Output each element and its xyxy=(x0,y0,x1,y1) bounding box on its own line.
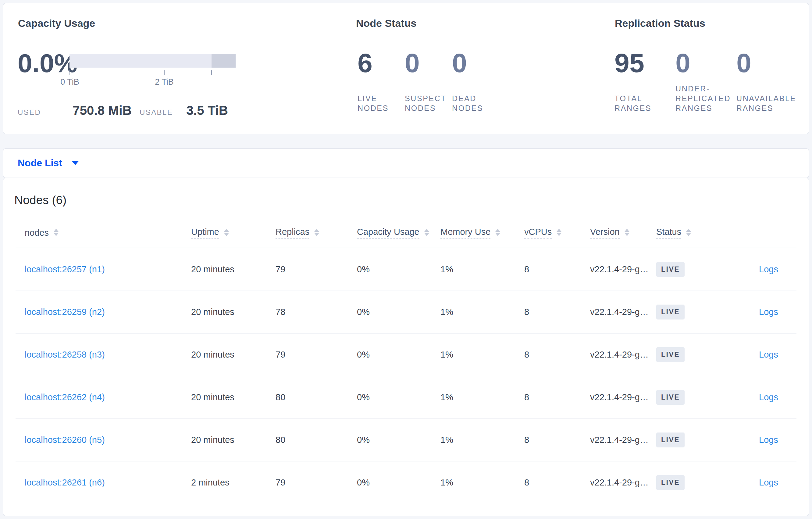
capacity-usage-cell: 0% xyxy=(357,307,440,317)
unavailable-ranges-label: UNAVAILABLE RANGES xyxy=(736,93,794,113)
capacity-usage-cell: 0% xyxy=(357,350,440,360)
capacity-usage-cell: 0% xyxy=(357,478,440,488)
uptime-cell: 20 minutes xyxy=(191,392,276,402)
vcpus-cell: 8 xyxy=(524,435,590,445)
capacity-used-usable-row: USED 750.8 MiB USABLE 3.5 TiB xyxy=(18,103,228,118)
logs-link[interactable]: Logs xyxy=(759,350,778,360)
node-address-link[interactable]: localhost:26261 (n6) xyxy=(25,478,105,487)
axis-tick xyxy=(164,70,165,75)
axis-tick xyxy=(117,70,117,75)
suspect-nodes-count: 0 xyxy=(405,49,449,77)
logs-link[interactable]: Logs xyxy=(759,435,778,445)
dead-nodes-count: 0 xyxy=(452,49,496,77)
sort-icon xyxy=(686,229,691,236)
axis-tick xyxy=(69,70,70,75)
column-header-replicas[interactable]: Replicas xyxy=(276,227,357,239)
column-header-uptime[interactable]: Uptime xyxy=(191,227,276,239)
memory-use-cell: 1% xyxy=(440,478,524,488)
capacity-usage-cell: 0% xyxy=(357,435,440,445)
column-header-status[interactable]: Status xyxy=(656,227,732,239)
axis-tick xyxy=(211,70,212,75)
under-replicated-ranges-count: 0 xyxy=(675,49,733,77)
suspect-nodes-label: SUSPECT NODES xyxy=(405,93,444,113)
status-badge: LIVE xyxy=(656,475,685,490)
table-row: localhost:26261 (n6) 2 minutes 79 0% 1% … xyxy=(16,461,796,504)
column-header-vcpus[interactable]: vCPUs xyxy=(524,227,590,239)
node-address-link[interactable]: localhost:26262 (n4) xyxy=(25,392,105,402)
node-address-link[interactable]: localhost:26258 (n3) xyxy=(25,350,105,359)
status-badge: LIVE xyxy=(656,347,685,362)
total-ranges-count: 95 xyxy=(614,49,672,77)
table-row: localhost:26259 (n2) 20 minutes 78 0% 1%… xyxy=(16,291,796,334)
uptime-cell: 2 minutes xyxy=(191,478,276,488)
live-nodes-count: 6 xyxy=(357,49,402,77)
capacity-usage-title: Capacity Usage xyxy=(18,18,95,29)
vcpus-cell: 8 xyxy=(524,264,590,274)
usable-label: USABLE xyxy=(140,108,173,117)
status-badge: LIVE xyxy=(656,390,685,405)
replicas-cell: 79 xyxy=(276,264,357,274)
vcpus-cell: 8 xyxy=(524,307,590,317)
node-list-dropdown[interactable]: Node List xyxy=(18,157,79,169)
status-badge: LIVE xyxy=(656,432,685,448)
version-cell: v22.1.4-29-g… xyxy=(590,350,656,360)
status-badge: LIVE xyxy=(656,305,685,319)
capacity-usage-cell: 0% xyxy=(357,392,440,402)
logs-link[interactable]: Logs xyxy=(759,392,778,402)
table-row: localhost:26257 (n1) 20 minutes 79 0% 1%… xyxy=(16,248,796,291)
version-cell: v22.1.4-29-g… xyxy=(590,478,656,488)
logs-link[interactable]: Logs xyxy=(759,264,778,274)
logs-link[interactable]: Logs xyxy=(759,307,778,317)
used-label: USED xyxy=(18,108,41,117)
live-nodes-label: LIVE NODES xyxy=(357,93,394,113)
uptime-cell: 20 minutes xyxy=(191,264,276,274)
sort-icon xyxy=(424,229,429,236)
replicas-cell: 79 xyxy=(276,350,357,360)
replicas-cell: 78 xyxy=(276,307,357,317)
axis-tick-label-2: 2 TiB xyxy=(155,78,174,87)
uptime-cell: 20 minutes xyxy=(191,307,276,317)
sort-icon xyxy=(495,229,500,236)
total-ranges-label: TOTAL RANGES xyxy=(614,93,657,113)
memory-use-cell: 1% xyxy=(440,264,524,274)
cluster-summary-card: Capacity Usage 0.0% 0 TiB 2 TiB USED 750… xyxy=(3,3,809,134)
table-row: localhost:26262 (n4) 20 minutes 80 0% 1%… xyxy=(16,376,796,419)
capacity-bar-axis: 0 TiB 2 TiB xyxy=(69,68,236,86)
table-row: localhost:26258 (n3) 20 minutes 79 0% 1%… xyxy=(16,334,796,376)
replicas-cell: 79 xyxy=(276,478,357,488)
sort-icon xyxy=(224,229,229,236)
axis-tick-label-0: 0 TiB xyxy=(60,78,79,87)
column-header-capacity-usage[interactable]: Capacity Usage xyxy=(357,227,440,239)
node-address-link[interactable]: localhost:26259 (n2) xyxy=(25,307,105,317)
sort-icon xyxy=(54,229,59,236)
capacity-bar xyxy=(69,54,236,68)
replication-status-title: Replication Status xyxy=(615,18,705,29)
capacity-usage-percent: 0.0% xyxy=(18,49,78,77)
capacity-usage-cell: 0% xyxy=(357,264,440,274)
node-status-title: Node Status xyxy=(356,18,416,29)
nodes-section-heading: Nodes (6) xyxy=(14,194,809,206)
sort-icon xyxy=(625,229,630,236)
unavailable-ranges-count: 0 xyxy=(736,49,794,77)
node-address-link[interactable]: localhost:26257 (n1) xyxy=(25,264,105,274)
nodes-table: nodes Uptime Replicas Capacity Usage Mem… xyxy=(16,218,796,504)
column-header-nodes[interactable]: nodes xyxy=(25,228,191,238)
memory-use-cell: 1% xyxy=(440,392,524,402)
usable-value: 3.5 TiB xyxy=(186,103,228,118)
vcpus-cell: 8 xyxy=(524,392,590,402)
chevron-down-icon xyxy=(72,161,79,165)
memory-use-cell: 1% xyxy=(440,350,524,360)
logs-link[interactable]: Logs xyxy=(759,478,778,488)
vcpus-cell: 8 xyxy=(524,478,590,488)
used-value: 750.8 MiB xyxy=(72,103,132,118)
column-header-memory-use[interactable]: Memory Use xyxy=(440,227,524,239)
nodes-table-card: Nodes (6) nodes Uptime Replicas Capacity… xyxy=(3,178,809,516)
capacity-usage-bar-chart: 0 TiB 2 TiB xyxy=(69,54,236,86)
dead-nodes-label: DEAD NODES xyxy=(452,93,489,113)
under-replicated-ranges-label: UNDER-REPLICATED RANGES xyxy=(675,84,733,113)
nodes-table-header-row: nodes Uptime Replicas Capacity Usage Mem… xyxy=(16,218,796,248)
version-cell: v22.1.4-29-g… xyxy=(590,264,656,274)
node-address-link[interactable]: localhost:26260 (n5) xyxy=(25,435,105,445)
version-cell: v22.1.4-29-g… xyxy=(590,307,656,317)
column-header-version[interactable]: Version xyxy=(590,227,656,239)
